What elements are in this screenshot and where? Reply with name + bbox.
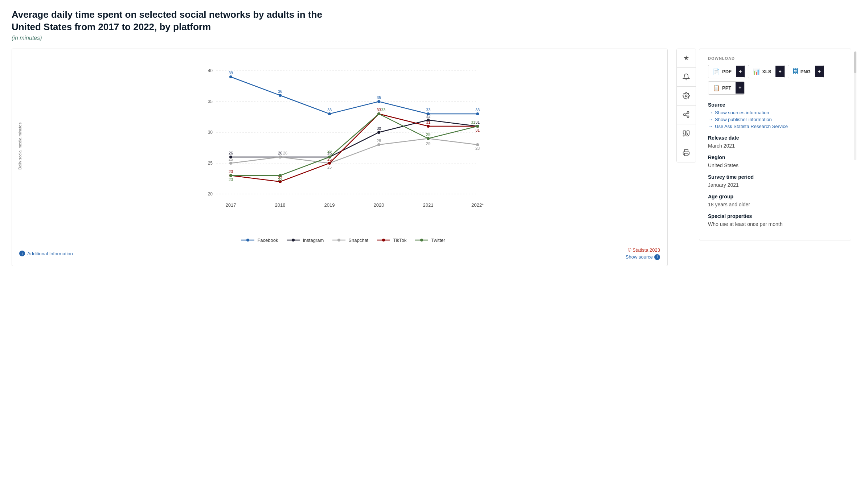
download-label: DOWNLOAD	[708, 56, 842, 61]
svg-text:25: 25	[208, 161, 213, 166]
svg-point-83	[382, 239, 385, 242]
ppt-download-button[interactable]: 📋 PPT +	[708, 81, 745, 95]
svg-point-69	[476, 125, 479, 128]
ask-statista-link[interactable]: Use Ask Statista Research Service	[708, 124, 842, 129]
svg-point-86	[685, 95, 687, 97]
chart-svg: 40 35 30 25 20 2017 2018 2019 2020 2021 …	[25, 56, 662, 230]
svg-point-45	[476, 143, 479, 146]
svg-point-65	[279, 174, 282, 177]
svg-text:31: 31	[475, 128, 480, 132]
legend-twitter: Twitter	[415, 238, 445, 243]
svg-text:26: 26	[327, 149, 332, 153]
age-group-value: 18 years and older	[708, 202, 842, 207]
svg-text:33: 33	[426, 108, 430, 112]
svg-point-77	[246, 239, 249, 242]
svg-text:2022*: 2022*	[471, 202, 484, 208]
png-download-button[interactable]: 🖼 PNG +	[788, 65, 824, 78]
svg-line-90	[685, 115, 687, 116]
special-properties-label: Special properties	[708, 213, 842, 219]
svg-text:26: 26	[229, 151, 233, 155]
svg-point-18	[328, 112, 331, 115]
svg-point-89	[687, 116, 689, 117]
legend-tiktok: TikTok	[377, 238, 406, 243]
svg-text:23: 23	[229, 169, 233, 174]
svg-text:33: 33	[327, 108, 332, 112]
svg-text:33: 33	[475, 108, 480, 112]
show-source-link[interactable]: Show source i	[626, 254, 660, 260]
svg-point-66	[328, 156, 331, 158]
quote-button[interactable]	[677, 124, 696, 143]
legend-facebook: Facebook	[241, 238, 278, 243]
show-publisher-link[interactable]: Show publisher information	[708, 117, 842, 122]
svg-text:2021: 2021	[423, 202, 434, 208]
svg-point-64	[229, 174, 232, 177]
share-button[interactable]	[677, 106, 696, 124]
svg-text:31: 31	[475, 120, 480, 124]
svg-text:36: 36	[278, 89, 282, 94]
release-date-section: Release date March 2021	[708, 135, 842, 149]
svg-text:26: 26	[278, 151, 282, 155]
action-icons: ★	[676, 49, 696, 162]
page-subtitle: (in minutes)	[12, 35, 856, 41]
svg-text:28: 28	[377, 139, 381, 143]
svg-point-85	[420, 239, 423, 242]
svg-point-31	[377, 131, 380, 134]
region-value: United States	[708, 162, 842, 168]
legend-snapchat: Snapchat	[332, 238, 368, 243]
additional-info-link[interactable]: i Additional Information	[19, 251, 73, 256]
svg-point-40	[229, 162, 232, 165]
svg-point-56	[427, 125, 430, 128]
svg-point-17	[279, 94, 282, 97]
svg-line-91	[685, 113, 687, 114]
svg-text:31: 31	[471, 120, 475, 124]
svg-text:2017: 2017	[226, 202, 236, 208]
pdf-download-button[interactable]: 📄 PDF +	[708, 65, 745, 78]
svg-point-88	[684, 114, 685, 116]
download-buttons: 📄 PDF + 📊 XLS + 🖼	[708, 65, 842, 95]
svg-text:33: 33	[381, 108, 385, 112]
chart-area: Daily social media minutes 40 35	[18, 56, 662, 243]
special-properties-section: Special properties Who use at least once…	[708, 213, 842, 227]
svg-text:31: 31	[426, 120, 430, 124]
right-panel: ★	[676, 49, 856, 240]
svg-text:35: 35	[208, 99, 213, 104]
age-group-label: Age group	[708, 194, 842, 199]
survey-period-section: Survey time period January 2021	[708, 174, 842, 188]
download-section: DOWNLOAD 📄 PDF + 📊 XLS +	[708, 56, 842, 95]
xls-download-button[interactable]: 📊 XLS +	[748, 65, 785, 78]
gear-button[interactable]	[677, 87, 696, 106]
svg-text:23: 23	[278, 177, 282, 182]
survey-period-label: Survey time period	[708, 174, 842, 180]
svg-point-43	[377, 143, 380, 146]
release-date-label: Release date	[708, 135, 842, 141]
star-button[interactable]: ★	[677, 49, 696, 68]
svg-point-54	[328, 162, 331, 165]
show-source-info-icon: i	[654, 254, 660, 260]
svg-point-79	[292, 239, 295, 242]
svg-text:30: 30	[377, 126, 381, 131]
svg-text:25: 25	[327, 165, 332, 169]
svg-text:2019: 2019	[324, 202, 335, 208]
svg-point-67	[377, 112, 380, 115]
svg-text:39: 39	[229, 71, 233, 75]
bell-button[interactable]	[677, 68, 696, 87]
main-layout: Daily social media minutes 40 35	[12, 49, 856, 266]
region-section: Region United States	[708, 154, 842, 168]
scrollbar[interactable]	[854, 49, 856, 160]
chart-footer: i Additional Information © Statista 2023…	[18, 247, 662, 260]
svg-text:2020: 2020	[374, 202, 384, 208]
show-sources-link[interactable]: Show sources information	[708, 110, 842, 115]
svg-text:32: 32	[426, 114, 430, 118]
survey-period-value: January 2021	[708, 182, 842, 188]
svg-text:25: 25	[229, 157, 233, 161]
svg-text:28: 28	[475, 146, 480, 150]
svg-text:29: 29	[426, 141, 430, 146]
info-icon: i	[19, 251, 25, 256]
statista-credit: © Statista 2023	[628, 247, 660, 253]
chart-inner: 40 35 30 25 20 2017 2018 2019 2020 2021 …	[25, 56, 662, 243]
print-button[interactable]	[677, 143, 696, 162]
info-panel: DOWNLOAD 📄 PDF + 📊 XLS +	[699, 49, 851, 240]
svg-text:33: 33	[377, 108, 381, 112]
svg-text:30: 30	[208, 130, 213, 135]
svg-point-16	[229, 75, 232, 78]
